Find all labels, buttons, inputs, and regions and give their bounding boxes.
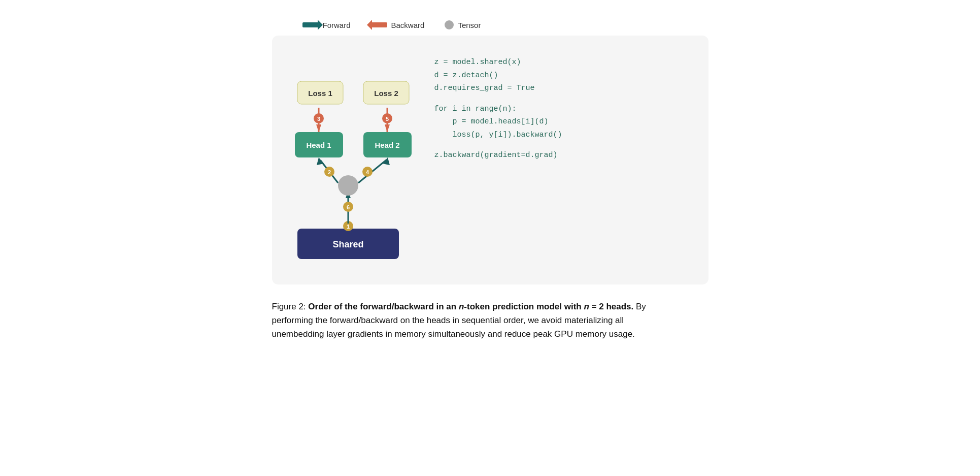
legend-tensor-label: Tensor: [458, 21, 481, 29]
svg-text:Loss 1: Loss 1: [308, 89, 332, 98]
legend-backward-label: Backward: [391, 21, 425, 29]
code-line-7: z.backward(gradient=d.grad): [434, 149, 693, 162]
tensor-circle-icon: [445, 20, 454, 29]
backward-arrow-icon: [371, 22, 387, 27]
svg-text:Shared: Shared: [332, 239, 363, 249]
forward-arrow-icon: [302, 22, 319, 27]
code-line-4: for i in range(n):: [434, 103, 693, 116]
code-line-5: p = model.heads[i](d): [434, 115, 693, 129]
svg-marker-30: [385, 124, 390, 132]
code-line-6: loss(p, y[i]).backward(): [434, 129, 693, 142]
legend: Forward Backward Tensor: [302, 20, 708, 29]
svg-text:4: 4: [365, 169, 369, 175]
svg-text:Head 1: Head 1: [306, 141, 331, 149]
code-blank-2: [434, 141, 693, 149]
svg-text:5: 5: [385, 116, 388, 122]
svg-text:3: 3: [317, 116, 320, 122]
code-blank-1: [434, 95, 693, 103]
legend-backward: Backward: [371, 21, 425, 29]
legend-forward: Forward: [302, 21, 351, 29]
svg-text:Head 2: Head 2: [375, 141, 399, 149]
code-line-2: d = z.detach(): [434, 69, 693, 82]
legend-tensor: Tensor: [445, 20, 481, 29]
svg-point-6: [338, 175, 358, 196]
caption-bold-1: Order of the forward/backward in an n-to…: [308, 302, 633, 311]
svg-text:6: 6: [346, 204, 349, 210]
figure-box: Shared 1 6 Head 1 Head 2: [272, 36, 708, 284]
caption: Figure 2: Order of the forward/backward …: [272, 300, 658, 341]
code-line-1: z = model.shared(x): [434, 56, 693, 69]
svg-marker-26: [316, 124, 321, 132]
caption-italic-n: n: [459, 302, 464, 311]
svg-text:Loss 2: Loss 2: [374, 89, 398, 98]
code-line-3: d.requires_grad = True: [434, 82, 693, 95]
svg-text:2: 2: [327, 169, 330, 175]
code-side: z = model.shared(x) d = z.detach() d.req…: [434, 51, 693, 269]
page-container: Forward Backward Tensor Shared 1: [272, 20, 708, 341]
svg-text:1: 1: [346, 224, 349, 230]
caption-prefix: Figure 2:: [272, 302, 309, 311]
diagram-side: Shared 1 6 Head 1 Head 2: [287, 51, 419, 269]
caption-italic-n2: n: [584, 302, 589, 311]
diagram-svg: Shared 1 6 Head 1 Head 2: [287, 51, 419, 269]
legend-forward-label: Forward: [323, 21, 351, 29]
